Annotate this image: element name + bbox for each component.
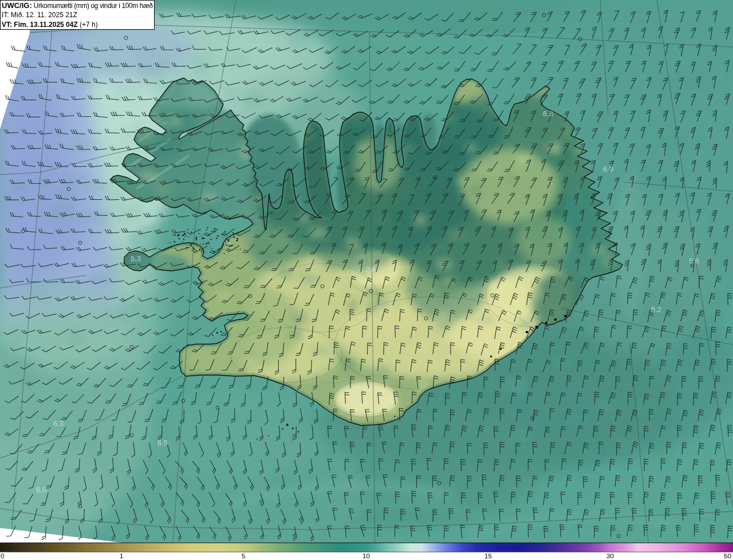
svg-text:5.6: 5.6 bbox=[689, 257, 699, 265]
svg-text:6.0: 6.0 bbox=[36, 486, 46, 494]
svg-text:6.5: 6.5 bbox=[157, 439, 168, 447]
svg-text:6.9: 6.9 bbox=[603, 165, 613, 173]
svg-text:6.2: 6.2 bbox=[651, 305, 661, 314]
svg-text:2.2: 2.2 bbox=[351, 397, 361, 405]
svg-text:6.3: 6.3 bbox=[53, 419, 64, 428]
svg-text:5.3: 5.3 bbox=[131, 254, 141, 263]
svg-text:6.8: 6.8 bbox=[543, 109, 553, 118]
svg-text:2.6: 2.6 bbox=[365, 265, 376, 274]
